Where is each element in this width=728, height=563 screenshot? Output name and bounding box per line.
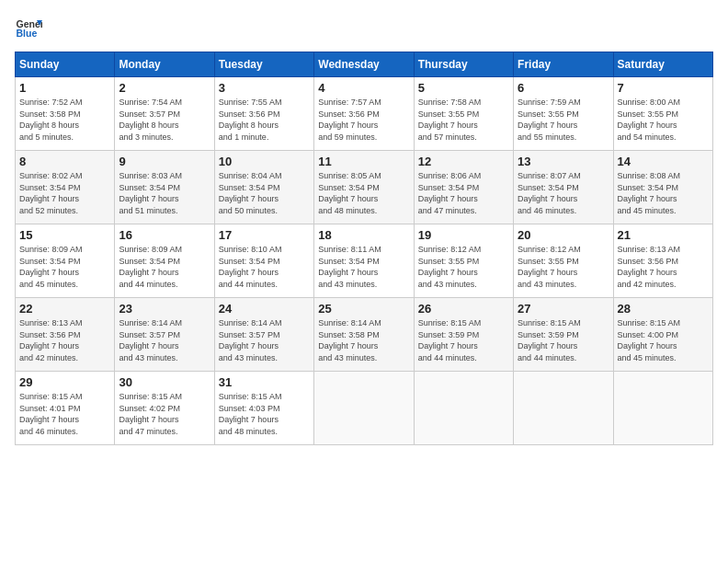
calendar-cell: 29Sunrise: 8:15 AMSunset: 4:01 PMDayligh…	[16, 372, 115, 445]
day-detail: Sunrise: 8:09 AMSunset: 3:54 PMDaylight …	[119, 244, 210, 290]
calendar-cell: 25Sunrise: 8:14 AMSunset: 3:58 PMDayligh…	[314, 298, 414, 372]
header-saturday: Saturday	[613, 52, 712, 77]
day-number: 28	[618, 302, 709, 316]
calendar-cell: 16Sunrise: 8:09 AMSunset: 3:54 PMDayligh…	[115, 224, 214, 298]
header-monday: Monday	[115, 52, 214, 77]
header-wednesday: Wednesday	[314, 52, 414, 77]
day-detail: Sunrise: 8:15 AMSunset: 4:03 PMDaylight …	[219, 391, 310, 437]
calendar-week-1: 1Sunrise: 7:52 AMSunset: 3:58 PMDaylight…	[16, 77, 713, 151]
calendar-cell: 2Sunrise: 7:54 AMSunset: 3:57 PMDaylight…	[115, 77, 214, 151]
day-detail: Sunrise: 8:05 AMSunset: 3:54 PMDaylight …	[318, 170, 409, 216]
day-detail: Sunrise: 8:15 AMSunset: 3:59 PMDaylight …	[518, 317, 609, 363]
calendar-cell: 3Sunrise: 7:55 AMSunset: 3:56 PMDaylight…	[214, 77, 313, 151]
day-number: 4	[318, 81, 409, 95]
calendar-cell: 20Sunrise: 8:12 AMSunset: 3:55 PMDayligh…	[514, 224, 613, 298]
calendar-cell: 12Sunrise: 8:06 AMSunset: 3:54 PMDayligh…	[414, 151, 513, 224]
calendar-cell: 11Sunrise: 8:05 AMSunset: 3:54 PMDayligh…	[314, 151, 414, 224]
calendar-week-3: 15Sunrise: 8:09 AMSunset: 3:54 PMDayligh…	[16, 224, 713, 298]
day-number: 14	[618, 155, 709, 168]
day-number: 15	[19, 228, 110, 242]
day-number: 19	[418, 228, 509, 242]
day-detail: Sunrise: 8:04 AMSunset: 3:54 PMDaylight …	[219, 170, 310, 216]
day-number: 30	[119, 375, 210, 389]
calendar-cell	[613, 372, 712, 445]
day-number: 21	[618, 228, 709, 242]
day-detail: Sunrise: 8:13 AMSunset: 3:56 PMDaylight …	[618, 244, 709, 290]
day-number: 31	[219, 375, 310, 389]
calendar-cell	[514, 372, 613, 445]
calendar-cell: 17Sunrise: 8:10 AMSunset: 3:54 PMDayligh…	[214, 224, 313, 298]
calendar-cell: 19Sunrise: 8:12 AMSunset: 3:55 PMDayligh…	[414, 224, 513, 298]
calendar-table: SundayMondayTuesdayWednesdayThursdayFrid…	[15, 52, 713, 445]
day-detail: Sunrise: 8:14 AMSunset: 3:58 PMDaylight …	[318, 317, 409, 363]
day-detail: Sunrise: 7:57 AMSunset: 3:56 PMDaylight …	[318, 97, 409, 143]
day-number: 17	[219, 228, 310, 242]
day-number: 29	[19, 375, 110, 389]
day-detail: Sunrise: 8:11 AMSunset: 3:54 PMDaylight …	[318, 244, 409, 290]
day-detail: Sunrise: 7:55 AMSunset: 3:56 PMDaylight …	[219, 97, 310, 143]
calendar-cell: 8Sunrise: 8:02 AMSunset: 3:54 PMDaylight…	[16, 151, 115, 224]
calendar-cell: 26Sunrise: 8:15 AMSunset: 3:59 PMDayligh…	[414, 298, 513, 372]
day-detail: Sunrise: 8:03 AMSunset: 3:54 PMDaylight …	[119, 170, 210, 216]
day-detail: Sunrise: 8:02 AMSunset: 3:54 PMDaylight …	[19, 170, 110, 216]
day-detail: Sunrise: 8:13 AMSunset: 3:56 PMDaylight …	[19, 317, 110, 363]
day-detail: Sunrise: 7:52 AMSunset: 3:58 PMDaylight …	[19, 97, 110, 143]
day-detail: Sunrise: 8:15 AMSunset: 4:00 PMDaylight …	[618, 317, 709, 363]
day-detail: Sunrise: 8:06 AMSunset: 3:54 PMDaylight …	[418, 170, 509, 216]
svg-text:Blue: Blue	[17, 28, 38, 39]
day-detail: Sunrise: 7:59 AMSunset: 3:55 PMDaylight …	[518, 97, 609, 143]
day-number: 2	[119, 81, 210, 95]
calendar-cell: 1Sunrise: 7:52 AMSunset: 3:58 PMDaylight…	[16, 77, 115, 151]
day-detail: Sunrise: 8:15 AMSunset: 4:01 PMDaylight …	[19, 391, 110, 437]
day-detail: Sunrise: 8:00 AMSunset: 3:55 PMDaylight …	[618, 97, 709, 143]
logo-icon: General Blue	[15, 15, 42, 42]
day-number: 7	[618, 81, 709, 95]
day-detail: Sunrise: 7:58 AMSunset: 3:55 PMDaylight …	[418, 97, 509, 143]
day-number: 12	[418, 155, 509, 168]
calendar-cell: 13Sunrise: 8:07 AMSunset: 3:54 PMDayligh…	[514, 151, 613, 224]
calendar-week-2: 8Sunrise: 8:02 AMSunset: 3:54 PMDaylight…	[16, 151, 713, 224]
day-detail: Sunrise: 8:08 AMSunset: 3:54 PMDaylight …	[618, 170, 709, 216]
calendar-cell: 21Sunrise: 8:13 AMSunset: 3:56 PMDayligh…	[613, 224, 712, 298]
day-detail: Sunrise: 7:54 AMSunset: 3:57 PMDaylight …	[119, 97, 210, 143]
calendar-cell: 18Sunrise: 8:11 AMSunset: 3:54 PMDayligh…	[314, 224, 414, 298]
day-number: 13	[518, 155, 609, 168]
calendar-cell: 23Sunrise: 8:14 AMSunset: 3:57 PMDayligh…	[115, 298, 214, 372]
day-number: 22	[19, 302, 110, 316]
day-number: 6	[518, 81, 609, 95]
day-number: 8	[19, 155, 110, 168]
calendar-cell: 15Sunrise: 8:09 AMSunset: 3:54 PMDayligh…	[16, 224, 115, 298]
day-detail: Sunrise: 8:15 AMSunset: 3:59 PMDaylight …	[418, 317, 509, 363]
day-detail: Sunrise: 8:14 AMSunset: 3:57 PMDaylight …	[119, 317, 210, 363]
calendar-week-4: 22Sunrise: 8:13 AMSunset: 3:56 PMDayligh…	[16, 298, 713, 372]
calendar-cell	[414, 372, 513, 445]
calendar-cell: 22Sunrise: 8:13 AMSunset: 3:56 PMDayligh…	[16, 298, 115, 372]
day-number: 26	[418, 302, 509, 316]
day-number: 9	[119, 155, 210, 168]
header-thursday: Thursday	[414, 52, 513, 77]
calendar-cell: 30Sunrise: 8:15 AMSunset: 4:02 PMDayligh…	[115, 372, 214, 445]
day-detail: Sunrise: 8:10 AMSunset: 3:54 PMDaylight …	[219, 244, 310, 290]
calendar-cell	[314, 372, 414, 445]
day-number: 23	[119, 302, 210, 316]
calendar-cell: 28Sunrise: 8:15 AMSunset: 4:00 PMDayligh…	[613, 298, 712, 372]
day-number: 1	[19, 81, 110, 95]
calendar-week-5: 29Sunrise: 8:15 AMSunset: 4:01 PMDayligh…	[16, 372, 713, 445]
calendar-cell: 6Sunrise: 7:59 AMSunset: 3:55 PMDaylight…	[514, 77, 613, 151]
day-detail: Sunrise: 8:12 AMSunset: 3:55 PMDaylight …	[518, 244, 609, 290]
header-sunday: Sunday	[16, 52, 115, 77]
calendar-cell: 14Sunrise: 8:08 AMSunset: 3:54 PMDayligh…	[613, 151, 712, 224]
day-detail: Sunrise: 8:15 AMSunset: 4:02 PMDaylight …	[119, 391, 210, 437]
calendar-cell: 9Sunrise: 8:03 AMSunset: 3:54 PMDaylight…	[115, 151, 214, 224]
day-number: 20	[518, 228, 609, 242]
day-number: 11	[318, 155, 409, 168]
day-number: 25	[318, 302, 409, 316]
header-friday: Friday	[514, 52, 613, 77]
day-number: 27	[518, 302, 609, 316]
logo: General Blue	[15, 15, 42, 42]
calendar-cell: 31Sunrise: 8:15 AMSunset: 4:03 PMDayligh…	[214, 372, 313, 445]
calendar-cell: 27Sunrise: 8:15 AMSunset: 3:59 PMDayligh…	[514, 298, 613, 372]
day-number: 3	[219, 81, 310, 95]
day-number: 18	[318, 228, 409, 242]
page-header: General Blue	[15, 15, 713, 42]
